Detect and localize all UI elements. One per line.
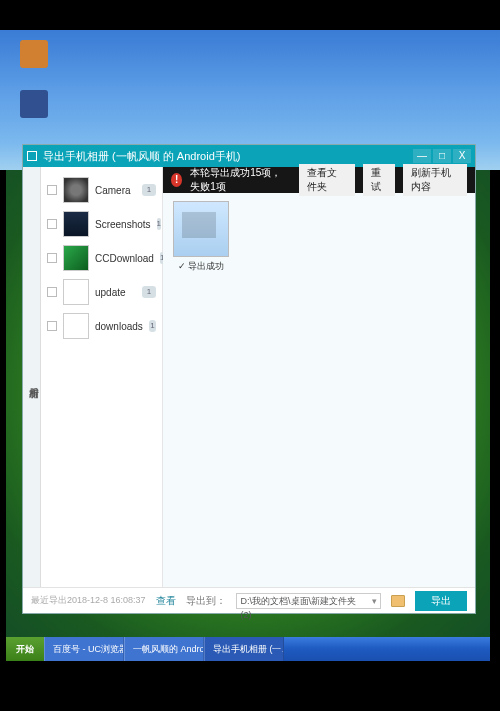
album-row-screenshots[interactable]: Screenshots 1 bbox=[41, 207, 162, 241]
maximize-button[interactable]: □ bbox=[433, 149, 451, 163]
start-button[interactable]: 开始 bbox=[6, 637, 44, 661]
window-title: 导出手机相册 (一帆风顺 的 Android手机) bbox=[43, 149, 240, 164]
album-count-badge: 1 bbox=[157, 218, 161, 230]
album-count-badge: 1 bbox=[149, 320, 156, 332]
album-row-camera[interactable]: Camera 1 bbox=[41, 173, 162, 207]
checkbox[interactable] bbox=[47, 219, 57, 229]
checkbox[interactable] bbox=[47, 185, 57, 195]
album-name: downloads bbox=[95, 321, 143, 332]
album-name: Screenshots bbox=[95, 219, 151, 230]
export-result-message: 本轮导出成功15项，失败1项 bbox=[190, 166, 291, 194]
checkbox[interactable] bbox=[47, 253, 57, 263]
album-thumb-icon bbox=[63, 177, 89, 203]
warning-icon: ! bbox=[171, 173, 182, 187]
refresh-phone-button[interactable]: 刷新手机内容 bbox=[403, 164, 467, 196]
exported-item-thumb bbox=[173, 201, 229, 257]
checkbox[interactable] bbox=[47, 287, 57, 297]
phone-icon bbox=[27, 151, 37, 161]
last-export-timestamp: 最近导出2018-12-8 16:08:37 bbox=[31, 594, 146, 607]
album-row-ccdownload[interactable]: CCDownload 1 bbox=[41, 241, 162, 275]
album-thumb-icon bbox=[63, 279, 89, 305]
album-thumb-icon bbox=[63, 211, 89, 237]
desktop-shortcut-icon[interactable] bbox=[20, 40, 48, 68]
export-path-dropdown[interactable]: D:\我的文档\桌面\新建文件夹 (2) bbox=[236, 593, 381, 609]
close-button[interactable]: X bbox=[453, 149, 471, 163]
minimize-button[interactable]: — bbox=[413, 149, 431, 163]
taskbar: 开始 百度号 - UC浏览器 一帆风顺的 Andro… 导出手机相册 (一… bbox=[6, 637, 490, 661]
taskbar-item[interactable]: 一帆风顺的 Andro… bbox=[124, 637, 204, 661]
desktop-shortcut-icon[interactable] bbox=[20, 90, 48, 118]
footer: 最近导出2018-12-8 16:08:37 查看 导出到： D:\我的文档\桌… bbox=[23, 587, 475, 613]
album-name: CCDownload bbox=[95, 253, 154, 264]
export-to-label: 导出到： bbox=[186, 594, 226, 608]
album-row-downloads[interactable]: downloads 1 bbox=[41, 309, 162, 343]
exported-item-caption: 导出成功 bbox=[171, 260, 231, 273]
taskbar-item[interactable]: 百度号 - UC浏览器 bbox=[44, 637, 124, 661]
album-name: Camera bbox=[95, 185, 136, 196]
album-row-update[interactable]: update 1 bbox=[41, 275, 162, 309]
view-last-export-link[interactable]: 查看 bbox=[156, 594, 176, 608]
album-thumb-icon bbox=[63, 313, 89, 339]
view-folder-button[interactable]: 查看文件夹 bbox=[299, 164, 355, 196]
browse-folder-icon[interactable] bbox=[391, 595, 405, 607]
retry-button[interactable]: 重试 bbox=[363, 164, 395, 196]
side-tab-all-albums[interactable]: 所有相册 bbox=[23, 167, 41, 587]
album-count-badge: 1 bbox=[142, 184, 156, 196]
checkbox[interactable] bbox=[47, 321, 57, 331]
album-list: Camera 1 Screenshots 1 CCDownload 1 upda… bbox=[41, 167, 163, 587]
export-button[interactable]: 导出 bbox=[415, 591, 467, 611]
taskbar-item[interactable]: 导出手机相册 (一… bbox=[204, 637, 284, 661]
export-result-banner: ! 本轮导出成功15项，失败1项 查看文件夹 重试 刷新手机内容 bbox=[163, 167, 475, 193]
album-name: update bbox=[95, 287, 136, 298]
album-count-badge: 1 bbox=[142, 286, 156, 298]
content-pane: ! 本轮导出成功15项，失败1项 查看文件夹 重试 刷新手机内容 导出成功 bbox=[163, 167, 475, 587]
export-album-window: 导出手机相册 (一帆风顺 的 Android手机) — □ X 所有相册 Cam… bbox=[22, 144, 476, 614]
exported-item[interactable]: 导出成功 bbox=[171, 201, 231, 273]
album-thumb-icon bbox=[63, 245, 89, 271]
